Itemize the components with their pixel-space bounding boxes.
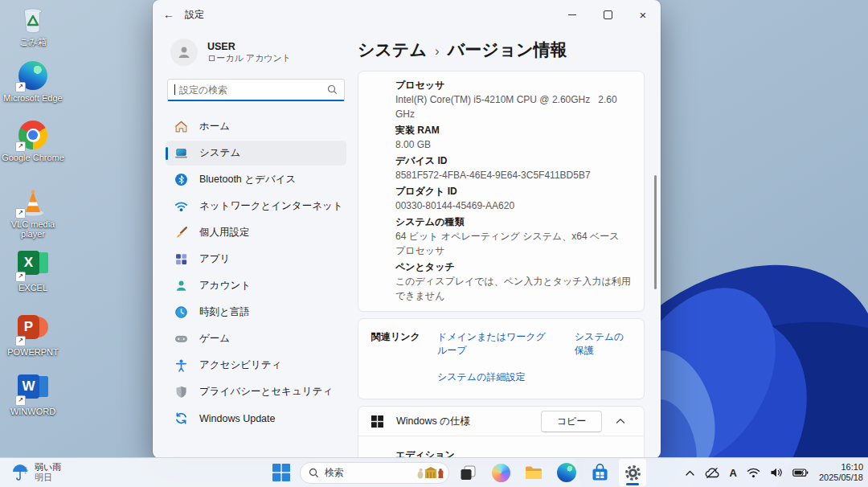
sidebar-item-windows-update[interactable]: Windows Update: [166, 406, 346, 431]
spec-label: システムの種類: [395, 215, 631, 229]
sidebar-item-label: 時刻と言語: [199, 305, 250, 319]
desktop-icon-recycle-bin[interactable]: ごみ箱: [2, 5, 64, 47]
window-title: 設定: [185, 8, 204, 22]
clock-globe-icon: [174, 305, 188, 319]
settings-sidebar: USER ローカル アカウント ホーム システム: [153, 29, 356, 458]
settings-search-input[interactable]: [178, 84, 327, 96]
sidebar-item-label: Bluetooth とデバイス: [199, 173, 296, 186]
tray-overflow-button[interactable]: [682, 460, 698, 485]
scrollbar-thumb[interactable]: [654, 175, 657, 289]
user-account-card[interactable]: USER ローカル アカウント: [166, 35, 346, 69]
wifi-status-button[interactable]: [744, 460, 763, 485]
sidebar-item-label: アプリ: [199, 252, 230, 266]
desktop-icon-chrome[interactable]: Google Chrome: [2, 121, 64, 162]
desktop-icon-edge[interactable]: Microsoft Edge: [2, 61, 64, 103]
back-button[interactable]: ←: [153, 8, 185, 21]
link-system-protection[interactable]: システムの保護: [575, 330, 631, 358]
onedrive-status-button[interactable]: [702, 460, 723, 485]
breadcrumb: システム › バージョン情報: [358, 39, 645, 64]
excel-icon: X: [17, 251, 49, 281]
spec-row: プロセッサIntel(R) Core(TM) i5-4210M CPU @ 2.…: [395, 78, 631, 121]
home-icon: [174, 120, 188, 133]
close-button[interactable]: ×: [625, 0, 661, 29]
settings-window: ← 設定 × USER ローカル アカウント: [153, 0, 661, 458]
task-view-button[interactable]: [453, 458, 482, 487]
device-specs-card: プロセッサIntel(R) Core(TM) i5-4210M CPU @ 2.…: [358, 71, 645, 312]
paintbrush-icon: [174, 226, 188, 239]
breadcrumb-parent[interactable]: システム: [358, 39, 427, 61]
spec-label: 実装 RAM: [395, 123, 631, 137]
microsoft-store-button[interactable]: [585, 458, 614, 487]
close-icon: ×: [640, 9, 647, 21]
spec-row: デバイス ID8581F572-4FBA-46E4-9E64-3C5F411BD…: [395, 153, 631, 182]
ime-mode-button[interactable]: A: [727, 460, 739, 485]
windows-logo-icon: [371, 415, 383, 428]
desktop-icon-label: Google Chrome: [2, 153, 64, 162]
sidebar-item-accessibility[interactable]: アクセシビリティ: [166, 353, 346, 378]
start-button[interactable]: [267, 458, 296, 487]
settings-search-box[interactable]: [167, 79, 345, 101]
shortcut-arrow-icon: [15, 395, 26, 406]
desktop: ごみ箱 Microsoft Edge Google Chrome VLC med…: [0, 0, 868, 487]
sidebar-item-gaming[interactable]: ゲーム: [166, 326, 346, 351]
sidebar-item-system[interactable]: システム: [166, 141, 346, 166]
sidebar-item-apps[interactable]: アプリ: [166, 247, 346, 272]
desktop-icon-vlc[interactable]: VLC media player: [2, 187, 64, 239]
maximize-icon: [604, 10, 612, 19]
desktop-icon-powerpoint[interactable]: P POWERPNT: [2, 313, 64, 357]
desktop-icon-excel[interactable]: X EXCEL: [2, 249, 64, 293]
spec-value: 8581F572-4FBA-46E4-9E64-3C5F411BD5B7: [395, 168, 631, 182]
settings-content: システム › バージョン情報 プロセッサIntel(R) Core(TM) i5…: [356, 29, 661, 458]
sidebar-item-home[interactable]: ホーム: [166, 114, 346, 139]
sidebar-item-bluetooth-devices[interactable]: Bluetooth とデバイス: [166, 167, 346, 192]
widgets-weather-button[interactable]: 弱い雨 明日: [6, 458, 66, 487]
system-tray: A 16:10 2025/05/18: [682, 458, 863, 487]
sidebar-item-label: アカウント: [199, 279, 251, 293]
clock[interactable]: 16:10 2025/05/18: [819, 462, 863, 483]
minimize-button[interactable]: [555, 0, 590, 29]
ime-mode-label: A: [730, 467, 737, 479]
sidebar-item-time-language[interactable]: 時刻と言語: [166, 300, 346, 325]
breadcrumb-separator-icon: ›: [435, 43, 440, 59]
search-icon: [327, 84, 338, 95]
sidebar-item-accounts[interactable]: アカウント: [166, 273, 346, 298]
copilot-button[interactable]: [486, 458, 515, 487]
desktop-icon-label: POWERPNT: [2, 347, 64, 357]
umbrella-rain-icon: [11, 463, 29, 482]
taskbar-search-box[interactable]: 検索: [300, 462, 449, 484]
accessibility-person-icon: [174, 358, 188, 372]
sidebar-item-privacy-security[interactable]: プライバシーとセキュリティ: [166, 379, 346, 404]
clock-time: 16:10: [819, 462, 863, 473]
spec-row: プロダクト ID00330-80144-45469-AA620: [395, 184, 631, 213]
collapse-button[interactable]: [608, 411, 633, 432]
wifi-icon: [174, 199, 188, 213]
edge-button[interactable]: [552, 458, 581, 487]
spec-value: 00330-80144-45469-AA620: [395, 198, 631, 213]
desktop-icon-word[interactable]: W WINWORD: [2, 373, 64, 416]
minimize-icon: [568, 14, 576, 15]
desktop-icon-label: WINWORD: [2, 407, 64, 416]
windows-spec-card: Windows の仕様 コピー エディションWindows 11 Pro バージ…: [358, 406, 645, 458]
person-icon: [174, 279, 188, 293]
sidebar-item-label: ホーム: [199, 120, 230, 133]
sidebar-item-personalization[interactable]: 個人用設定: [166, 220, 346, 245]
desktop-icon-label: EXCEL: [2, 283, 64, 293]
maximize-button[interactable]: [590, 0, 625, 29]
sidebar-item-network-internet[interactable]: ネットワークとインターネット: [166, 194, 346, 219]
titlebar[interactable]: ← 設定 ×: [153, 0, 661, 29]
volume-button[interactable]: [768, 460, 785, 485]
folder-icon: [524, 464, 543, 481]
gear-icon: [624, 464, 642, 482]
spec-row: ペンとタッチこのディスプレイでは、ペン入力とタッチ入力は利用できません: [395, 260, 631, 303]
link-advanced-system-settings[interactable]: システムの詳細設定: [437, 370, 525, 384]
desktop-icon-label: ごみ箱: [2, 37, 64, 47]
link-domain-or-workgroup[interactable]: ドメインまたはワークグループ: [437, 330, 551, 358]
file-explorer-button[interactable]: [519, 458, 548, 487]
shortcut-arrow-icon: [15, 82, 26, 92]
shortcut-arrow-icon: [15, 141, 26, 152]
settings-app-button[interactable]: [618, 458, 647, 487]
store-icon: [591, 464, 609, 482]
copy-button[interactable]: コピー: [541, 411, 602, 432]
battery-button[interactable]: [790, 460, 811, 485]
taskbar-center: 検索: [267, 458, 647, 487]
